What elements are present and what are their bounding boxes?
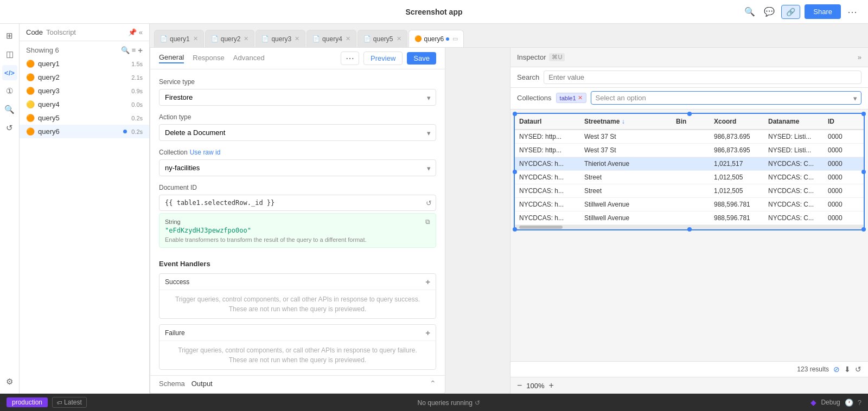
hint-value: "eFdKzydHJ3pewzfpo0oo" bbox=[165, 227, 430, 234]
table-row[interactable]: NYSED: http... West 37 St 986,873.695 NY… bbox=[515, 130, 864, 144]
sidebar-icon-search[interactable]: 🔍 bbox=[2, 102, 17, 117]
query-item-5[interactable]: 🟠 query5 0.2s bbox=[20, 111, 149, 125]
sidebar-icon-grid[interactable]: ⊞ bbox=[2, 28, 17, 43]
tab-query5[interactable]: 📄 query5 ✕ bbox=[358, 30, 407, 47]
query-item-4[interactable]: 🟡 query4 0.0s bbox=[20, 98, 149, 111]
tab1-close[interactable]: ✕ bbox=[193, 35, 198, 42]
inspector-panel: Inspector ⌘U » Search Collections table1… bbox=[510, 48, 868, 394]
refresh-table-icon[interactable]: ↺ bbox=[855, 365, 861, 374]
handle-tl[interactable] bbox=[513, 112, 517, 116]
failure-add-icon[interactable]: + bbox=[425, 328, 430, 337]
table-row[interactable]: NYCDCAS: h... Stillwell Avenue 988,596.7… bbox=[515, 211, 864, 225]
output-tab[interactable]: Output bbox=[192, 380, 213, 388]
table-row[interactable]: NYCDCAS: h... Street 1,012,505 NYCDCAS: … bbox=[515, 184, 864, 198]
action-type-select[interactable]: Delete a Document bbox=[159, 124, 436, 141]
queries-panel: Code Toolscript 📌 « Showing 6 🔍 ≡ + 🟠 qu… bbox=[20, 24, 150, 394]
tab4-close[interactable]: ✕ bbox=[346, 35, 350, 42]
sidebar-icon-code[interactable]: </> bbox=[2, 65, 17, 80]
tab-code[interactable]: Code bbox=[26, 28, 43, 36]
handle-mr[interactable] bbox=[861, 170, 866, 174]
inspector-title: Inspector bbox=[517, 53, 546, 61]
download-icon[interactable]: ⬇ bbox=[844, 365, 851, 374]
tab-query3[interactable]: 📄 query3 ✕ bbox=[256, 30, 305, 47]
form-tab-response[interactable]: Response bbox=[193, 54, 225, 63]
tab2-close[interactable]: ✕ bbox=[244, 35, 248, 42]
service-type-select[interactable]: Firestore bbox=[159, 89, 436, 106]
tab-query6[interactable]: 🟠 query6 ▭ bbox=[409, 30, 464, 47]
link-icon-btn[interactable]: 🔗 bbox=[781, 5, 800, 19]
tab-toolscript[interactable]: Toolscript bbox=[46, 28, 76, 36]
zoom-plus-button[interactable]: + bbox=[549, 381, 554, 390]
tab2-label: query2 bbox=[221, 35, 241, 43]
query-item-2[interactable]: 🟠 query2 2.1s bbox=[20, 70, 149, 84]
tab5-icon: 📄 bbox=[363, 35, 371, 42]
hint-copy-icon[interactable]: ⧉ bbox=[425, 218, 430, 226]
form-more-icon[interactable]: ⋯ bbox=[341, 52, 359, 65]
tab6-dot bbox=[446, 37, 449, 41]
table-row[interactable]: NYSED: http... West 37 St 986,873.695 NY… bbox=[515, 144, 864, 157]
more-options-icon[interactable]: ⋯ bbox=[845, 4, 859, 20]
data-table: Dataurl Streetname ↓ Bin Xcoord Dataname… bbox=[515, 114, 864, 225]
search-input[interactable] bbox=[544, 70, 861, 84]
showing-label: Showing 6 🔍 ≡ + bbox=[20, 41, 149, 57]
chat-icon-btn[interactable]: 💬 bbox=[762, 4, 777, 19]
tab-query4[interactable]: 📄 query4 ✕ bbox=[307, 30, 356, 47]
event-handlers-title: Event Handlers bbox=[159, 260, 436, 268]
refresh-status-icon[interactable]: ↺ bbox=[475, 399, 480, 407]
handle-bl[interactable] bbox=[513, 227, 517, 232]
sidebar-icon-settings[interactable]: ⚙ bbox=[2, 374, 17, 389]
filter-icon[interactable]: ⊘ bbox=[833, 365, 840, 374]
use-raw-id-link[interactable]: Use raw id bbox=[190, 149, 221, 156]
query-item-6[interactable]: 🟠 query6 0.2s bbox=[20, 125, 149, 138]
latest-label[interactable]: 🏷 Latest bbox=[52, 397, 87, 408]
collection-select[interactable]: ny-facilities bbox=[159, 159, 436, 176]
success-add-icon[interactable]: + bbox=[425, 277, 430, 286]
query-item-1[interactable]: 🟠 query1 1.5s bbox=[20, 57, 149, 70]
doc-id-input[interactable] bbox=[159, 195, 436, 211]
handle-tm[interactable] bbox=[687, 112, 692, 116]
table-row[interactable]: NYCDCAS: h... Stillwell Avenue 988,596.7… bbox=[515, 198, 864, 211]
handle-bm[interactable] bbox=[687, 227, 692, 232]
filter-queries-icon[interactable]: ≡ bbox=[132, 46, 136, 55]
schema-tab[interactable]: Schema bbox=[159, 380, 185, 388]
tag-icon: 🏷 bbox=[57, 400, 62, 406]
col-streetname[interactable]: Streetname ↓ bbox=[580, 114, 672, 130]
pin-icon[interactable]: 📌 bbox=[128, 28, 137, 36]
sidebar-icon-debug[interactable]: ① bbox=[2, 84, 17, 99]
table-row-selected[interactable]: NYCDCAS: h... Thieriot Avenue 1,021,517 … bbox=[515, 157, 864, 171]
collapse-icon[interactable]: « bbox=[139, 28, 143, 36]
zoom-minus-button[interactable]: − bbox=[517, 381, 522, 390]
clock-icon[interactable]: 🕐 bbox=[845, 399, 853, 407]
search-icon-btn[interactable]: 🔍 bbox=[742, 4, 757, 19]
handle-tr[interactable] bbox=[861, 112, 866, 116]
tab3-close[interactable]: ✕ bbox=[295, 35, 299, 42]
handle-br[interactable] bbox=[861, 227, 866, 232]
add-query-button[interactable]: + bbox=[138, 46, 143, 55]
inspector-collapse-icon[interactable]: » bbox=[858, 53, 861, 61]
collections-select[interactable]: Select an option bbox=[591, 91, 861, 105]
handle-ml[interactable] bbox=[513, 170, 517, 174]
queries-tabs: Code Toolscript bbox=[26, 28, 76, 36]
env-label[interactable]: production bbox=[7, 397, 48, 407]
schema-collapse-icon[interactable]: ⌃ bbox=[430, 379, 436, 388]
tab5-close[interactable]: ✕ bbox=[397, 35, 401, 42]
search-queries-icon[interactable]: 🔍 bbox=[121, 46, 130, 55]
query6-name: query6 bbox=[38, 127, 120, 136]
sidebar-icon-layout[interactable]: ◫ bbox=[2, 47, 17, 62]
question-icon[interactable]: ? bbox=[858, 399, 861, 407]
refresh-icon[interactable]: ↺ bbox=[426, 199, 432, 207]
form-tab-general[interactable]: General bbox=[159, 53, 184, 63]
top-bar: Screenshot app 🔍 💬 🔗 Share ⋯ bbox=[0, 0, 868, 24]
collections-tag-close-icon[interactable]: ✕ bbox=[578, 94, 583, 101]
save-button[interactable]: Save bbox=[407, 52, 436, 65]
form-tab-advanced[interactable]: Advanced bbox=[233, 54, 265, 63]
tab-query1[interactable]: 📄 query1 ✕ bbox=[154, 30, 204, 47]
preview-button[interactable]: Preview bbox=[363, 52, 403, 65]
query-item-3[interactable]: 🟠 query3 0.9s bbox=[20, 84, 149, 98]
sidebar-icon-history[interactable]: ↺ bbox=[2, 120, 17, 136]
share-button[interactable]: Share bbox=[805, 4, 841, 19]
tab-query2[interactable]: 📄 query2 ✕ bbox=[205, 30, 255, 47]
table-row[interactable]: NYCDCAS: h... Street 1,012,505 NYCDCAS: … bbox=[515, 171, 864, 184]
tab6-close[interactable]: ▭ bbox=[452, 35, 458, 42]
failure-label: Failure bbox=[165, 329, 185, 337]
